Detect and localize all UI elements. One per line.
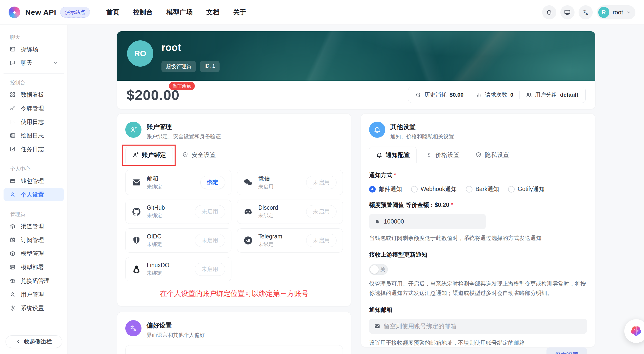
radio-gotify-notify[interactable]: Gotify通知 (508, 185, 544, 193)
notify-email-input-box (369, 319, 587, 334)
tab-security-settings[interactable]: 安全设置 (175, 147, 222, 163)
sidebar-item-label: 使用日志 (21, 118, 44, 126)
toggle-knob (370, 265, 379, 274)
svg-text:A: A (133, 328, 136, 332)
mail-icon (374, 323, 380, 329)
linuxdo-disabled-button[interactable]: 未启用 (195, 263, 225, 276)
telegram-disabled-button[interactable]: 未启用 (306, 234, 337, 247)
collapse-sidebar-button[interactable]: 收起侧边栏 (6, 335, 62, 348)
sidebar-item-label: 令牌管理 (21, 104, 44, 112)
sidebar-item-subscriptions[interactable]: 订阅管理 (4, 233, 64, 247)
radio-email-notify[interactable]: 邮件通知 (369, 185, 402, 193)
grid-icon (10, 92, 16, 98)
main-content: RO root 超级管理员 ID: 1 $200.00 当前余额 历史消耗$0.… (117, 31, 595, 354)
user-id-badge: ID: 1 (200, 61, 220, 72)
chevron-down-icon (626, 10, 631, 15)
sidebar-item-models[interactable]: 模型管理 (4, 247, 64, 260)
save-settings-button[interactable]: 保存设置 (546, 347, 587, 354)
discord-disabled-button[interactable]: 未启用 (306, 205, 337, 218)
github-disabled-button[interactable]: 未启用 (195, 205, 225, 218)
notify-email-input[interactable] (384, 323, 582, 330)
binding-row-discord: Discord未绑定 未启用 (237, 200, 343, 224)
binding-row-linuxdo: LinuxDO未绑定 未启用 (125, 257, 231, 281)
tab-price-settings[interactable]: 价格设置 (419, 147, 466, 163)
nav-item-console[interactable]: 控制台 (133, 8, 153, 17)
sidebar-item-label: 聊天 (21, 59, 32, 67)
sidebar-item-label: 模型管理 (21, 250, 44, 258)
sidebar-item-channels[interactable]: 渠道管理 (4, 220, 64, 233)
notify-method-label: 通知方式* (369, 171, 587, 179)
role-badge: 超级管理员 (161, 61, 196, 72)
sidebar-item-redeem-codes[interactable]: 兑换码管理 (4, 274, 64, 287)
bind-email-button[interactable]: 绑定 (200, 176, 225, 189)
oidc-disabled-button[interactable]: 未启用 (195, 234, 225, 247)
radio-webhook-notify[interactable]: Webhook通知 (411, 185, 457, 193)
sidebar-item-usage-logs[interactable]: 使用日志 (4, 115, 64, 128)
sidebar-item-label: 个人设置 (21, 191, 44, 199)
calendar-clock-icon (10, 237, 16, 243)
user-icon (10, 291, 16, 297)
sidebar-item-users[interactable]: 用户管理 (4, 288, 64, 301)
notifications-button[interactable] (542, 5, 556, 19)
stat-user-group: 用户分组default (526, 91, 578, 99)
notify-email-help: 设置用于接收额度预警的邮箱地址，不填则使用账号绑定的邮箱 (369, 338, 587, 347)
floating-assistant-button[interactable] (624, 319, 644, 343)
sidebar-item-image-logs[interactable]: 绘图日志 (4, 129, 64, 142)
sidebar-item-system-settings[interactable]: 系统设置 (4, 302, 64, 315)
sidebar-section-console: 控制台 (10, 79, 57, 86)
sidebar-item-personal-settings[interactable]: 个人设置 (4, 188, 64, 201)
sidebar-item-playground[interactable]: 操练场 (4, 43, 64, 56)
upstream-notify-toggle[interactable]: 关 (369, 264, 388, 275)
app-logo-icon[interactable] (9, 7, 20, 18)
nav-item-about[interactable]: 关于 (233, 8, 246, 17)
radio-bark-notify[interactable]: Bark通知 (466, 185, 499, 193)
nav-item-model-plaza[interactable]: 模型广场 (166, 8, 193, 17)
user-menu[interactable]: R root (597, 5, 635, 19)
sidebar-item-label: 任务日志 (21, 145, 44, 153)
sidebar-section-personal: 个人中心 (10, 166, 57, 172)
profile-avatar: RO (127, 40, 153, 67)
preference-card-subtitle: 界面语言和其他个人偏好 (147, 332, 205, 339)
radio-unselected (411, 186, 418, 193)
language-button[interactable]: 文A (579, 5, 593, 19)
theme-button[interactable] (560, 5, 575, 19)
collapse-label: 收起侧边栏 (24, 338, 52, 345)
discord-icon (243, 207, 253, 216)
gift-icon (10, 278, 16, 284)
binding-row-telegram: Telegram未绑定 未启用 (237, 228, 343, 253)
chat-bubble-icon (10, 60, 16, 66)
sidebar-item-chat[interactable]: 聊天 (4, 56, 64, 69)
stat-history-consumption: 历史消耗$0.00 (415, 91, 464, 99)
profile-username: root (161, 42, 220, 53)
sidebar-item-tokens[interactable]: 令牌管理 (4, 102, 64, 115)
shield-check-icon (475, 152, 482, 158)
tab-privacy-settings[interactable]: 隐私设置 (469, 147, 516, 163)
wechat-disabled-button[interactable]: 未启用 (306, 176, 337, 189)
bell-icon (373, 126, 381, 133)
binding-list: 邮箱未绑定 绑定 微信未启用 未启用 GitHub未绑定 未启用 (125, 170, 343, 281)
sidebar-item-task-logs[interactable]: 任务日志 (4, 143, 64, 156)
threshold-input[interactable] (384, 218, 481, 225)
translate-icon: 文A (582, 9, 589, 16)
binding-row-github: GitHub未绑定 未启用 (125, 200, 231, 224)
user-plus-icon (130, 126, 137, 133)
tab-notification-config[interactable]: 通知配置 (369, 147, 417, 163)
monitor-icon (564, 9, 571, 16)
binding-row-oidc: OIDC未绑定 未启用 (125, 228, 231, 253)
image-icon (10, 132, 16, 139)
users-icon (526, 92, 532, 98)
layers-icon (10, 223, 16, 229)
nav-item-docs[interactable]: 文档 (206, 8, 219, 17)
key-icon (10, 105, 16, 111)
sidebar-item-label: 模型部署 (21, 263, 44, 271)
nav-item-home[interactable]: 首页 (106, 8, 119, 17)
sidebar-item-model-deploy[interactable]: 模型部署 (4, 261, 64, 274)
server-icon (10, 264, 16, 270)
notify-method-options: 邮件通知 Webhook通知 Bark通知 Gotify通知 (369, 185, 587, 193)
sidebar-item-wallet[interactable]: 钱包管理 (4, 174, 64, 187)
settings-card-subtitle: 通知、价格和隐私相关设置 (390, 133, 454, 140)
user-plus-icon (132, 152, 139, 158)
sidebar-item-dashboard[interactable]: 数据看板 (4, 88, 64, 101)
tab-account-binding[interactable]: 账户绑定 (125, 147, 173, 163)
account-tabs: 账户绑定 安全设置 (125, 147, 343, 163)
